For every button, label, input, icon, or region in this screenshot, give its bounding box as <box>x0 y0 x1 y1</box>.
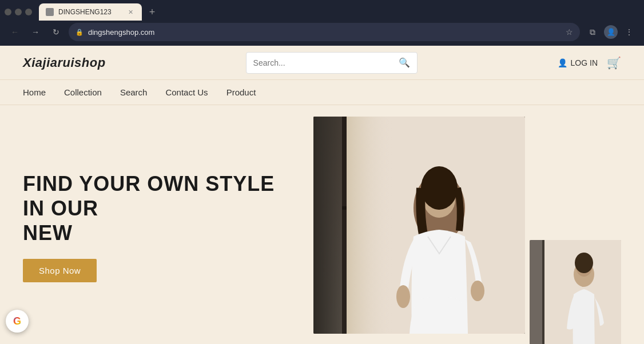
nav-item-contact[interactable]: Contact Us <box>165 85 208 99</box>
forward-button[interactable]: → <box>27 24 43 40</box>
site-header: Xiajiaruishop 🔍 👤 LOG IN 🛒 <box>0 46 644 80</box>
toolbar-actions: ⧉ 👤 ⋮ <box>585 24 637 40</box>
login-button[interactable]: 👤 LOG IN <box>558 58 598 67</box>
svg-rect-13 <box>542 240 544 344</box>
hero-images <box>313 105 621 344</box>
nav-item-collection[interactable]: Collection <box>64 85 102 99</box>
hero-section: FIND YOUR OWN STYLE IN OUR NEW Shop Now <box>0 105 644 344</box>
address-bar[interactable]: 🔒 dingshengshop.com ☆ <box>69 23 580 41</box>
svg-rect-0 <box>313 117 342 334</box>
svg-point-10 <box>471 281 484 301</box>
shop-now-button[interactable]: Shop Now <box>23 259 97 282</box>
header-search-bar[interactable]: 🔍 <box>246 52 418 74</box>
nav-item-search[interactable]: Search <box>120 85 148 99</box>
tab-bar: ─ □ ✕ DINGSHENG123 ✕ + <box>0 0 644 21</box>
lock-icon: 🔒 <box>75 29 84 36</box>
svg-point-17 <box>575 253 593 273</box>
browser-chrome: ─ □ ✕ DINGSHENG123 ✕ + ← → ↻ 🔒 dingsheng… <box>0 0 644 46</box>
nav-item-home[interactable]: Home <box>23 85 46 99</box>
window-controls: ─ □ ✕ <box>5 9 32 15</box>
site-navigation: Home Collection Search Contact Us Produc… <box>0 80 644 105</box>
maximize-button[interactable]: □ <box>15 9 22 15</box>
svg-point-8 <box>421 166 458 210</box>
hero-title: FIND YOUR OWN STYLE IN OUR NEW <box>23 171 291 246</box>
svg-rect-5 <box>347 117 393 334</box>
extensions-button[interactable]: ⧉ <box>585 24 601 40</box>
hero-text: FIND YOUR OWN STYLE IN OUR NEW Shop Now <box>23 171 313 283</box>
minimize-button[interactable]: ─ <box>5 9 11 15</box>
hero-main-image <box>313 117 525 334</box>
active-tab[interactable]: DINGSHENG123 ✕ <box>39 3 142 21</box>
tab-title: DINGSHENG123 <box>58 8 121 16</box>
svg-point-9 <box>396 285 410 308</box>
svg-rect-1 <box>342 117 347 334</box>
login-label: LOG IN <box>571 58 598 67</box>
nav-item-product[interactable]: Product <box>226 85 256 99</box>
new-tab-button[interactable]: + <box>144 4 160 20</box>
profile-icon: 👤 <box>604 25 618 39</box>
google-icon: G <box>13 315 21 327</box>
hero-image-svg <box>313 117 525 334</box>
back-button[interactable]: ← <box>7 24 23 40</box>
close-button[interactable]: ✕ <box>25 9 32 15</box>
header-actions: 👤 LOG IN 🛒 <box>558 56 621 70</box>
hero-side-image <box>530 240 621 344</box>
website-content: Xiajiaruishop 🔍 👤 LOG IN 🛒 Home Collecti… <box>0 46 644 344</box>
google-button[interactable]: G <box>6 310 29 333</box>
cart-button[interactable]: 🛒 <box>607 56 621 70</box>
browser-toolbar: ← → ↻ 🔒 dingshengshop.com ☆ ⧉ 👤 ⋮ <box>0 21 644 46</box>
side-image-svg <box>530 240 621 344</box>
menu-button[interactable]: ⋮ <box>621 24 637 40</box>
search-submit-button[interactable]: 🔍 <box>399 57 410 68</box>
user-icon: 👤 <box>558 58 567 67</box>
tab-close-button[interactable]: ✕ <box>126 7 135 17</box>
hero-image-background <box>313 117 525 334</box>
url-text: dingshengshop.com <box>88 28 561 37</box>
svg-rect-12 <box>530 240 542 344</box>
profile-button[interactable]: 👤 <box>603 24 619 40</box>
reload-button[interactable]: ↻ <box>48 24 64 40</box>
search-input[interactable] <box>253 58 394 67</box>
tab-favicon <box>46 8 54 16</box>
site-logo: Xiajiaruishop <box>23 55 106 70</box>
bookmark-icon[interactable]: ☆ <box>566 27 573 37</box>
